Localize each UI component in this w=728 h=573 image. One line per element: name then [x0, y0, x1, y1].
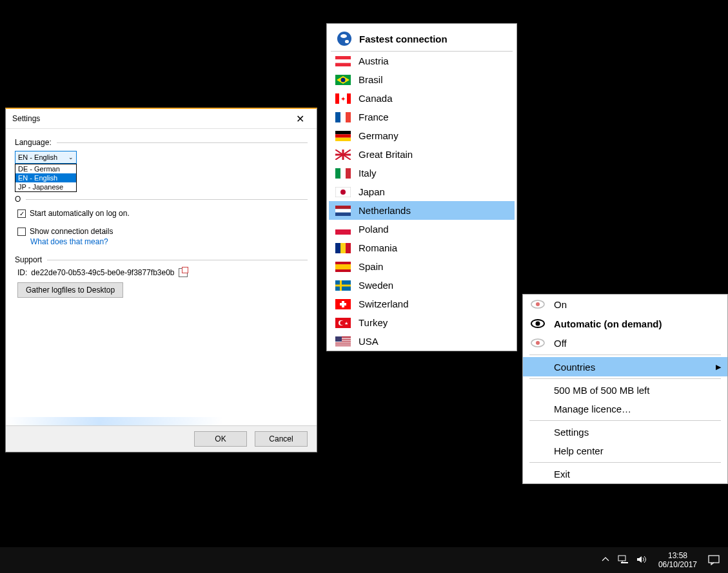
tray-settings-label: Settings — [554, 427, 589, 438]
tray-help[interactable]: Help center — [523, 442, 727, 460]
country-label: Canada — [359, 93, 393, 104]
country-item-turkey[interactable]: ★Turkey — [329, 313, 515, 332]
tray-off[interactable]: Off — [523, 333, 727, 353]
language-select[interactable]: EN - English ⌄ DE - GermanEN - EnglishJP… — [15, 151, 77, 164]
country-item-austria[interactable]: Austria — [329, 52, 515, 70]
volume-icon[interactable] — [636, 555, 648, 566]
svg-rect-8 — [347, 93, 351, 104]
svg-rect-57 — [621, 562, 628, 563]
country-item-canada[interactable]: ✦Canada — [329, 89, 515, 108]
tray-on[interactable]: On — [523, 295, 727, 314]
language-label: Language: — [15, 138, 52, 147]
settings-titlebar[interactable]: Settings ✕ — [6, 109, 317, 129]
svg-rect-31 — [335, 262, 351, 264]
divider — [26, 199, 308, 200]
tray-help-label: Help center — [554, 445, 604, 456]
tray-licence[interactable]: Manage licence… — [523, 400, 727, 418]
country-item-usa[interactable]: USA — [329, 332, 515, 351]
tray-separator — [529, 420, 721, 421]
tray-countries[interactable]: Countries ▶ — [523, 357, 727, 376]
language-select-box[interactable]: EN - English ⌄ — [15, 151, 77, 164]
svg-rect-23 — [335, 209, 351, 212]
svg-point-55 — [536, 341, 540, 345]
country-item-spain[interactable]: Spain — [329, 257, 515, 276]
tray-exit-label: Exit — [554, 469, 570, 480]
country-label: Brasil — [359, 74, 383, 85]
taskbar: 13:58 06/10/2017 — [0, 547, 728, 573]
tray-settings[interactable]: Settings — [523, 423, 727, 442]
support-section-label: Support — [15, 255, 308, 264]
country-label: Japan — [359, 186, 385, 197]
language-option[interactable]: EN - English — [15, 173, 76, 182]
country-item-netherlands[interactable]: Netherlands — [329, 201, 515, 220]
svg-text:✦: ✦ — [340, 95, 346, 102]
taskbar-clock[interactable]: 13:58 06/10/2017 — [653, 551, 702, 569]
flag-icon — [335, 150, 351, 160]
language-section-label: Language: — [15, 138, 308, 147]
flag-icon — [335, 187, 351, 197]
svg-rect-28 — [340, 243, 346, 253]
country-item-poland[interactable]: Poland — [329, 220, 515, 238]
gather-logfiles-button[interactable]: Gather logfiles to Desktop — [17, 282, 123, 298]
country-item-sweden[interactable]: Sweden — [329, 276, 515, 295]
country-label: Sweden — [359, 280, 393, 291]
ok-button[interactable]: OK — [194, 431, 247, 447]
notifications-icon[interactable] — [702, 547, 725, 573]
help-link[interactable]: What does that mean? — [30, 237, 308, 246]
country-item-germany[interactable]: Germany — [329, 126, 515, 145]
flag-icon — [335, 299, 351, 309]
fastest-connection-label: Fastest connection — [359, 34, 448, 44]
svg-rect-29 — [346, 243, 351, 253]
flag-icon: ✦ — [335, 93, 351, 104]
flag-icon — [335, 243, 351, 253]
country-item-switzerland[interactable]: Switzerland — [329, 295, 515, 313]
close-button[interactable]: ✕ — [287, 112, 313, 126]
settings-window: Settings ✕ Language: EN - English ⌄ DE -… — [5, 108, 317, 452]
svg-rect-13 — [335, 131, 351, 134]
svg-rect-25 — [335, 224, 351, 229]
cancel-button[interactable]: Cancel — [255, 431, 308, 447]
country-item-italy[interactable]: Italy — [329, 164, 515, 182]
countries-menu: Fastest connection AustriaBrasil✦CanadaF… — [326, 23, 517, 351]
other-section-label: O — [15, 195, 308, 204]
autostart-label: Start automatically on log on. — [30, 209, 130, 218]
network-icon[interactable] — [617, 555, 629, 566]
svg-rect-48 — [335, 345, 351, 347]
tray-countries-label: Countries — [554, 362, 595, 373]
tray-separator — [529, 378, 721, 379]
show-hidden-icon[interactable] — [602, 555, 609, 565]
svg-rect-2 — [335, 63, 351, 66]
tray-off-label: Off — [554, 338, 567, 349]
eye-on-icon — [531, 298, 545, 310]
show-details-checkbox[interactable] — [17, 228, 26, 236]
country-label: Germany — [359, 130, 398, 141]
svg-rect-59 — [709, 556, 719, 563]
blank-icon — [531, 361, 545, 373]
country-item-france[interactable]: France — [329, 108, 515, 126]
tray-exit[interactable]: Exit — [523, 465, 727, 483]
language-option[interactable]: JP - Japanese — [15, 182, 76, 191]
svg-rect-18 — [340, 168, 346, 179]
svg-point-5 — [341, 77, 346, 82]
country-item-japan[interactable]: Japan — [329, 182, 515, 201]
countries-menu-header[interactable]: Fastest connection — [331, 26, 513, 52]
flag-icon — [335, 131, 351, 141]
settings-title: Settings — [12, 114, 40, 123]
language-option[interactable]: DE - German — [15, 164, 76, 173]
divider — [57, 142, 308, 143]
eye-off-icon — [531, 337, 545, 349]
tray-automatic[interactable]: Automatic (on demand) — [523, 314, 727, 333]
copy-id-icon[interactable] — [179, 268, 188, 277]
country-label: France — [359, 112, 389, 122]
svg-rect-35 — [335, 284, 351, 286]
country-label: Romania — [359, 242, 397, 253]
svg-rect-1 — [335, 59, 351, 63]
country-item-brasil[interactable]: Brasil — [329, 70, 515, 89]
svg-rect-0 — [335, 56, 351, 59]
id-value: de22de70-0b53-49c5-be0e-9f3877fb3e0b — [31, 268, 174, 277]
country-item-great-britain[interactable]: Great Britain — [329, 145, 515, 164]
selected-language: EN - English — [18, 153, 57, 161]
autostart-checkbox[interactable]: ✓ — [17, 209, 26, 218]
country-item-romania[interactable]: Romania — [329, 238, 515, 257]
svg-rect-49 — [335, 336, 342, 342]
